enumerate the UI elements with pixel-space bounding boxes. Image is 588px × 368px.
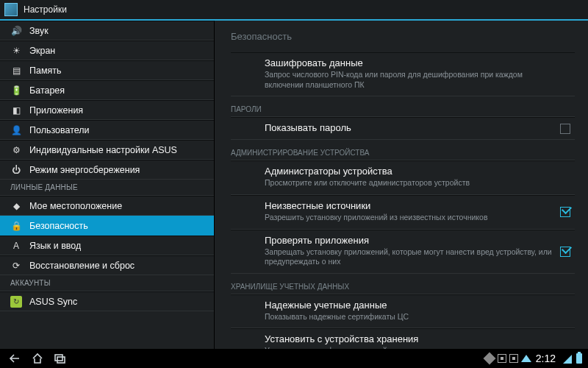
location-icon: ◆	[10, 201, 22, 211]
action-bar-title: Настройки	[24, 4, 67, 15]
checkbox[interactable]	[560, 124, 570, 134]
pref-summary: Просмотрите или отключите администраторо…	[265, 178, 562, 188]
section-header-cred-storage: ХРАНИЛИЩЕ УЧЕТНЫХ ДАННЫХ	[231, 275, 575, 294]
pref-title: Проверять приложения	[265, 235, 562, 246]
sidebar-item-location[interactable]: ◆ Мое местоположение	[0, 196, 214, 216]
sidebar-item-battery[interactable]: 🔋 Батарея	[0, 80, 214, 100]
status-battery-icon	[576, 353, 582, 364]
sidebar-item-label: Язык и ввод	[29, 241, 81, 251]
section-header-passwords: ПАРОЛИ	[231, 98, 575, 117]
pref-device-admins[interactable]: Администраторы устройства Просмотрите ил…	[231, 160, 575, 195]
checkbox[interactable]	[560, 207, 570, 217]
sidebar-item-label: Безопасность	[29, 221, 88, 231]
pref-title: Администраторы устройства	[265, 166, 562, 177]
sidebar-item-asus-sync[interactable]: ↻ ASUS Sync	[0, 291, 214, 311]
pref-trusted-creds[interactable]: Надежные учетные данные Показывать надеж…	[231, 294, 575, 329]
status-usb-icon	[509, 354, 518, 363]
status-signal-icon	[562, 353, 572, 364]
pref-title: Надежные учетные данные	[265, 300, 562, 311]
sidebar-item-label: Режим энергосбережения	[29, 165, 140, 175]
sidebar-item-display[interactable]: ☀ Экран	[0, 40, 214, 60]
pref-title: Зашифровать данные	[265, 57, 562, 68]
pref-summary: Показывать надежные сертификаты ЦС	[265, 312, 562, 322]
sidebar-item-language[interactable]: A Язык и ввод	[0, 236, 214, 255]
users-icon: 👤	[10, 125, 22, 135]
gear-icon: ⚙	[10, 145, 22, 155]
storage-icon: ▤	[10, 66, 22, 76]
pref-title: Установить с устройства хранения	[265, 333, 562, 344]
settings-sidebar: 🔊 Звук ☀ Экран ▤ Память 🔋 Батарея ◧ Прил…	[0, 21, 215, 349]
nav-recents-button[interactable]	[49, 351, 71, 366]
display-icon: ☀	[10, 46, 22, 56]
backup-icon: ⟳	[10, 261, 22, 271]
detail-title: Безопасность	[215, 21, 588, 49]
status-wifi-icon	[521, 353, 531, 364]
pref-title: Показывать пароль	[265, 122, 562, 133]
sidebar-item-storage[interactable]: ▤ Память	[0, 60, 214, 80]
sidebar-item-label: Память	[29, 66, 62, 76]
pref-unknown-sources[interactable]: Неизвестные источники Разрешить установк…	[231, 195, 575, 230]
sidebar-item-security[interactable]: 🔒 Безопасность	[0, 216, 214, 236]
battery-icon: 🔋	[10, 85, 22, 96]
sidebar-item-label: Приложения	[29, 105, 83, 116]
nav-back-button[interactable]	[4, 351, 26, 366]
pref-show-password[interactable]: Показывать пароль	[231, 117, 575, 140]
svg-rect-1	[57, 357, 65, 363]
sound-icon: 🔊	[10, 26, 22, 36]
nav-home-button[interactable]	[26, 351, 49, 366]
lock-icon: 🔒	[10, 221, 22, 231]
sidebar-item-label: Индивидуальные настройки ASUS	[29, 145, 177, 155]
sidebar-item-apps[interactable]: ◧ Приложения	[0, 100, 214, 120]
sidebar-item-label: Восстановление и сброс	[29, 261, 135, 271]
system-nav-bar: 2:12	[0, 349, 588, 368]
status-clock[interactable]: 2:12	[536, 353, 556, 364]
action-bar: Настройки	[0, 0, 588, 21]
apps-icon: ◧	[10, 105, 22, 116]
checkbox[interactable]	[560, 247, 570, 257]
settings-detail-pane: Безопасность Зашифровать данные Запрос ч…	[215, 21, 588, 349]
section-header-device-admin: АДМИНИСТРИРОВАНИЕ УСТРОЙСТВА	[231, 141, 575, 160]
content-split: 🔊 Звук ☀ Экран ▤ Память 🔋 Батарея ◧ Прил…	[0, 21, 588, 349]
sidebar-item-label: ASUS Sync	[29, 297, 77, 307]
sync-icon: ↻	[10, 296, 22, 308]
language-icon: A	[10, 241, 22, 251]
sidebar-item-sound[interactable]: 🔊 Звук	[0, 21, 214, 40]
sidebar-item-label: Экран	[29, 46, 55, 56]
sidebar-item-label: Звук	[29, 26, 49, 36]
status-generic-icon	[498, 354, 506, 363]
pref-summary: Запрос числового PIN-кода или пароля для…	[265, 70, 562, 90]
sidebar-item-backup[interactable]: ⟳ Восстановление и сброс	[0, 255, 214, 275]
sidebar-item-asus-custom[interactable]: ⚙ Индивидуальные настройки ASUS	[0, 140, 214, 160]
pref-encrypt[interactable]: Зашифровать данные Запрос числового PIN-…	[231, 52, 575, 96]
svg-rect-0	[55, 355, 62, 361]
pref-summary: Запрещать установку приложений, которые …	[265, 247, 562, 267]
pref-install-from-storage[interactable]: Установить с устройства хранения Установ…	[231, 328, 575, 349]
sidebar-item-label: Пользователи	[29, 125, 90, 135]
sidebar-header-personal: ЛИЧНЫЕ ДАННЫЕ	[0, 180, 214, 196]
power-icon: ⏻	[10, 165, 22, 175]
sidebar-item-power-saving[interactable]: ⏻ Режим энергосбережения	[0, 160, 214, 180]
sidebar-item-label: Батарея	[29, 85, 65, 96]
pref-summary: Разрешить установку приложений из неизве…	[265, 213, 562, 223]
pref-verify-apps[interactable]: Проверять приложения Запрещать установку…	[231, 230, 575, 274]
sidebar-item-users[interactable]: 👤 Пользователи	[0, 120, 214, 140]
pref-title: Неизвестные источники	[265, 200, 562, 211]
sidebar-item-label: Мое местоположение	[29, 201, 122, 211]
status-diamond-icon	[483, 353, 495, 365]
sidebar-header-accounts: АККАУНТЫ	[0, 275, 214, 291]
settings-app-icon	[4, 3, 18, 16]
